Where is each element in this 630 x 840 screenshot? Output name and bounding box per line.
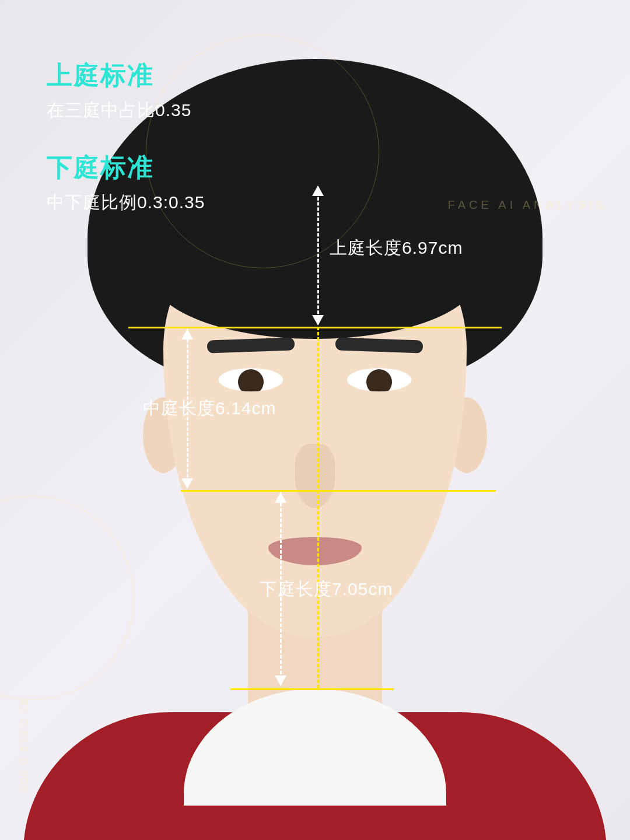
watermark-text: FACE AI ANALYSIS: [448, 198, 607, 212]
lower-zone-title: 下庭标准: [47, 150, 205, 185]
arrow-down-icon: [275, 676, 286, 686]
arrow-down-icon: [181, 478, 193, 489]
arrow-down-icon: [312, 315, 324, 326]
watermark-numbers: 82 0.618 0.809: [18, 699, 30, 793]
arrow-up-icon: [312, 186, 324, 196]
arrow-up-icon: [275, 492, 286, 503]
upper-length-label: 上庭长度6.97cm: [330, 236, 463, 260]
eye-left-shape: [219, 368, 283, 391]
middle-length-label: 中庭长度6.14cm: [143, 397, 276, 421]
brow-line: [128, 327, 502, 328]
lower-zone-desc: 中下庭比例0.3:0.35: [47, 191, 205, 215]
collar-shape: [184, 689, 446, 806]
face-midline: [317, 327, 319, 688]
chin-line: [230, 688, 394, 690]
upper-zone-title: 上庭标准: [47, 58, 205, 93]
arrow-up-icon: [181, 329, 193, 340]
upper-zone-desc: 在三庭中占比0.35: [47, 99, 205, 123]
lower-length-label: 下庭长度7.05cm: [260, 578, 393, 601]
upper-zone-arrow: [317, 187, 319, 324]
eye-right-shape: [347, 368, 411, 391]
nose-base-line: [181, 490, 496, 492]
analysis-summary: 上庭标准 在三庭中占比0.35 下庭标准 中下庭比例0.3:0.35: [47, 58, 205, 243]
nose-shape: [295, 444, 335, 508]
